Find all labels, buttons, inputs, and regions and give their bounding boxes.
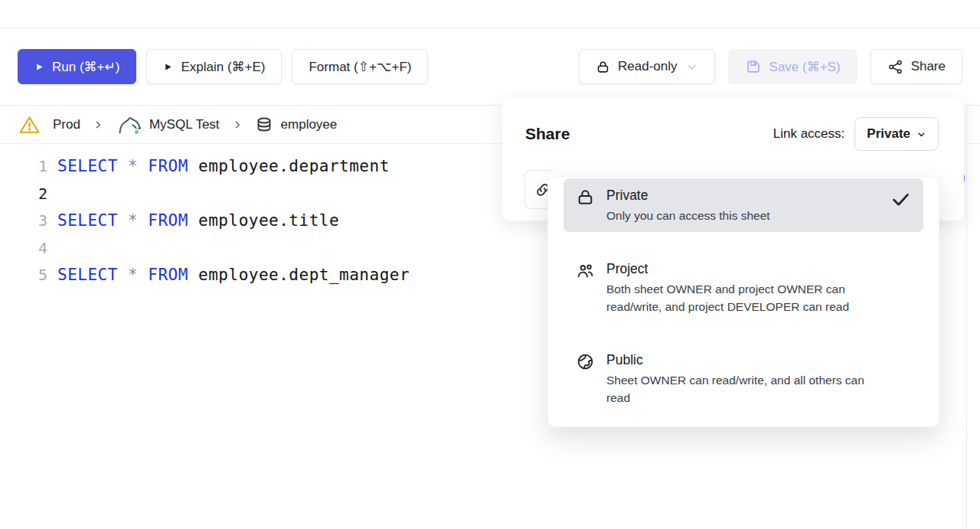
save-icon (745, 58, 762, 75)
status-dot (133, 129, 140, 136)
database-icon (255, 116, 273, 134)
play-icon (34, 62, 44, 72)
share-button-label: Share (911, 59, 946, 74)
chevron-right-icon (232, 119, 243, 130)
chevron-right-icon (93, 119, 103, 130)
environment-label: Prod (53, 117, 80, 132)
warning-icon (18, 115, 41, 135)
access-option-description: Sheet OWNER can read/write, and all othe… (606, 371, 911, 407)
copy-link-button[interactable] (524, 170, 550, 209)
access-option-description: Both sheet OWNER and project OWNER can r… (606, 280, 911, 315)
access-option-title: Public (606, 351, 911, 369)
access-option-public[interactable]: PublicSheet OWNER can read/write, and al… (564, 343, 923, 414)
code-line[interactable] (57, 235, 410, 263)
share-button[interactable]: Share (871, 49, 962, 84)
selected-access-label: Private (867, 126, 910, 142)
line-number: 1 (0, 153, 47, 181)
format-button-label: Format (⇧+⌥+F) (309, 59, 411, 75)
link-access-menu: PrivateOnly you can access this sheetPro… (547, 176, 939, 427)
readonly-label: Read-only (618, 59, 678, 74)
format-button[interactable]: Format (⇧+⌥+F) (292, 49, 428, 84)
line-number-gutter: 12345 (0, 153, 47, 289)
link-access-label: Link access: (773, 126, 845, 142)
link-access-dropdown-button[interactable]: Private (854, 117, 939, 151)
access-option-description: Only you can access this sheet (606, 207, 875, 224)
database-label: employee (281, 117, 338, 132)
line-number: 5 (0, 262, 47, 289)
chevron-down-icon (685, 60, 698, 73)
editor-toolbar: Run (⌘+↵) Explain (⌘+E) Format (⇧+⌥+F) R… (0, 28, 980, 106)
toolbar-right-group: Read-only Save (⌘+S) Share (579, 49, 962, 84)
code-line[interactable] (57, 181, 410, 208)
code-line[interactable]: SELECT * FROM employee.department (57, 153, 410, 181)
access-option-title: Private (606, 186, 875, 204)
check-icon (890, 189, 911, 224)
users-icon (576, 261, 596, 315)
line-number: 2 (0, 181, 47, 208)
save-button-label: Save (⌘+S) (769, 59, 841, 75)
access-option-title: Project (606, 260, 911, 278)
line-number: 3 (0, 207, 47, 235)
save-button[interactable]: Save (⌘+S) (728, 49, 858, 84)
link-access-group: Link access: Private (773, 117, 939, 151)
breadcrumb-instance[interactable]: MySQL Test (116, 113, 220, 136)
play-icon (163, 62, 173, 72)
code-line[interactable]: SELECT * FROM employee.dept_manager (57, 262, 410, 289)
breadcrumb-database[interactable]: employee (255, 116, 338, 134)
access-option-project[interactable]: ProjectBoth sheet OWNER and project OWNE… (564, 252, 923, 323)
share-popover-header: Share Link access: Private (525, 117, 939, 151)
mysql-icon (116, 113, 142, 136)
instance-label: MySQL Test (149, 117, 220, 132)
lock-icon (596, 60, 610, 74)
toolbar-left-group: Run (⌘+↵) Explain (⌘+E) Format (⇧+⌥+F) (18, 49, 428, 84)
panel-divider (966, 106, 967, 529)
explain-button[interactable]: Explain (⌘+E) (146, 49, 282, 84)
explain-button-label: Explain (⌘+E) (181, 59, 265, 75)
lock-icon (576, 188, 596, 224)
sql-editor-page: Run (⌘+↵) Explain (⌘+E) Format (⇧+⌥+F) R… (0, 0, 980, 529)
breadcrumb-environment[interactable]: Prod (53, 117, 80, 132)
readonly-dropdown-button[interactable]: Read-only (579, 49, 715, 84)
code-lines[interactable]: SELECT * FROM employee.departmentSELECT … (57, 153, 410, 289)
code-line[interactable]: SELECT * FROM employee.title (57, 207, 410, 235)
line-number: 4 (0, 235, 47, 263)
globe-icon (576, 352, 596, 407)
chevron-down-icon (916, 129, 926, 139)
run-button-label: Run (⌘+↵) (52, 59, 119, 75)
share-nodes-icon (887, 59, 903, 75)
share-popover-title: Share (525, 125, 570, 143)
run-button[interactable]: Run (⌘+↵) (18, 49, 136, 84)
top-strip (0, 0, 980, 28)
access-option-private[interactable]: PrivateOnly you can access this sheet (564, 178, 923, 232)
